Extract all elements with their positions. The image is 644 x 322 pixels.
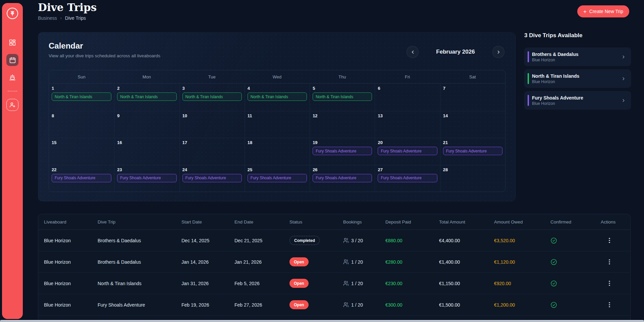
column-header-start-date: Start Date xyxy=(181,219,234,224)
cell-status: Completed xyxy=(289,236,343,245)
cell-confirmed xyxy=(550,259,601,265)
chevron-right-icon xyxy=(621,76,626,81)
row-actions-menu-button[interactable] xyxy=(605,237,613,245)
create-new-trip-label: Create New Trip xyxy=(589,9,623,14)
cell-actions xyxy=(601,258,625,266)
plus-icon: + xyxy=(583,9,587,14)
create-new-trip-button[interactable]: + Create New Trip xyxy=(577,5,629,17)
weekday-label: Thu xyxy=(310,70,375,83)
trip-card[interactable]: North & Tiran IslandsBlue Horizon xyxy=(524,69,631,88)
cell-amount-owed: €920.00 xyxy=(494,281,550,286)
day-number: 17 xyxy=(182,140,242,145)
trips-panel: 3 Dive Trips Available Brothers & Daedal… xyxy=(524,32,631,113)
month-navigation: February 2026 xyxy=(407,46,504,58)
trip-card[interactable]: Fury Shoals AdventureBlue Horizon xyxy=(524,91,631,110)
cell-bookings: 3 / 20 xyxy=(343,238,385,243)
dive-trips-table: LiveaboardDive TripStart DateEnd DateSta… xyxy=(38,214,631,322)
calendar-event-pill[interactable]: Fury Shoals Adventure xyxy=(52,174,111,182)
calendar-day-cell: 19Fury Shoals Adventure xyxy=(310,138,375,165)
calendar-event-pill[interactable]: Fury Shoals Adventure xyxy=(248,174,307,182)
status-badge: Completed xyxy=(289,236,320,245)
screen: Dive Trips Business › Dive Trips + Creat… xyxy=(0,0,644,322)
calendar-event-pill[interactable]: Fury Shoals Adventure xyxy=(378,147,437,155)
next-month-button[interactable] xyxy=(492,46,504,58)
trip-card-liveaboard: Blue Horizon xyxy=(532,79,621,84)
cell-bookings: 1 / 20 xyxy=(343,280,385,286)
calendar-event-pill[interactable]: North & Tiran Islands xyxy=(182,92,242,101)
breadcrumb-parent[interactable]: Business xyxy=(38,15,57,21)
day-number: 8 xyxy=(52,113,111,118)
calendar-event-pill[interactable]: Fury Shoals Adventure xyxy=(313,147,372,155)
trips-panel-title: 3 Dive Trips Available xyxy=(524,32,631,39)
calendar-day-cell: 6 xyxy=(375,84,440,111)
trip-card-name: Brothers & Daedalus xyxy=(532,51,621,58)
app-logo[interactable] xyxy=(7,8,18,19)
row-actions-menu-button[interactable] xyxy=(605,301,613,309)
sidebar-item-liveaboards[interactable] xyxy=(6,71,18,83)
column-header-amount-owed: Amount Owed xyxy=(494,219,550,224)
cell-deposit-paid: €300.00 xyxy=(385,302,439,308)
cell-dive-trip: Fury Shoals Adventure xyxy=(98,302,181,308)
chevron-right-icon xyxy=(621,98,626,103)
cell-status: Open xyxy=(289,257,343,266)
calendar-event-pill[interactable]: North & Tiran Islands xyxy=(52,92,111,101)
day-number: 7 xyxy=(443,86,502,91)
calendar-event-pill[interactable]: Fury Shoals Adventure xyxy=(313,174,372,182)
calendar-icon xyxy=(9,57,16,64)
trip-card[interactable]: Brothers & DaedalusBlue Horizon xyxy=(524,48,631,66)
row-actions-menu-button[interactable] xyxy=(605,279,613,287)
day-number: 26 xyxy=(313,167,372,172)
weekday-label: Fri xyxy=(375,70,440,83)
cell-liveaboard: Blue Horizon xyxy=(44,281,98,286)
calendar-day-cell: 21Fury Shoals Adventure xyxy=(440,138,505,165)
horizontal-scrollbar[interactable] xyxy=(0,320,644,322)
cell-dive-trip: Brothers & Daedalus xyxy=(98,238,181,243)
calendar-event-pill[interactable]: Fury Shoals Adventure xyxy=(182,174,242,182)
calendar-day-cell: 14 xyxy=(440,111,505,138)
check-circle-icon xyxy=(550,280,557,287)
layout-grid-icon xyxy=(9,39,16,46)
calendar-event-pill[interactable]: Fury Shoals Adventure xyxy=(443,147,502,155)
calendar-card: Calendar View all your dive trips schedu… xyxy=(38,32,516,201)
day-number: 23 xyxy=(117,167,176,172)
calendar-event-pill[interactable]: North & Tiran Islands xyxy=(248,92,307,101)
cell-liveaboard: Blue Horizon xyxy=(44,238,98,243)
day-number: 11 xyxy=(248,113,307,118)
day-number: 5 xyxy=(313,86,372,91)
users-icon xyxy=(343,302,349,308)
calendar-day-cell: 7 xyxy=(440,84,505,111)
day-number: 24 xyxy=(182,167,242,172)
status-badge: Open xyxy=(289,279,309,288)
calendar-day-cell: 15 xyxy=(49,138,114,165)
calendar-day-cell: 3North & Tiran Islands xyxy=(179,84,245,111)
cell-end-date: Jan 21, 2026 xyxy=(234,259,289,265)
calendar-event-pill[interactable]: Fury Shoals Adventure xyxy=(117,174,176,182)
calendar-days: 1North & Tiran Islands2North & Tiran Isl… xyxy=(49,84,505,192)
day-number: 13 xyxy=(378,113,437,118)
cell-amount-owed: €1,120.00 xyxy=(494,259,550,265)
table-row: Blue HorizonBrothers & DaedalusJan 14, 2… xyxy=(38,251,630,273)
calendar-event-pill[interactable]: North & Tiran Islands xyxy=(313,92,372,101)
calendar-day-cell: 10 xyxy=(179,111,245,138)
day-number: 16 xyxy=(117,140,176,145)
calendar-day-cell: 5North & Tiran Islands xyxy=(310,84,375,111)
users-icon xyxy=(343,280,349,286)
row-actions-menu-button[interactable] xyxy=(605,258,613,266)
calendar-day-cell: 24Fury Shoals Adventure xyxy=(179,165,245,192)
calendar-event-pill[interactable]: North & Tiran Islands xyxy=(117,92,176,101)
sidebar-item-calendar[interactable] xyxy=(6,54,18,66)
day-number: 2 xyxy=(117,86,176,91)
sidebar-item-dashboard[interactable] xyxy=(6,37,18,49)
table-row: Blue HorizonFury Shoals AdventureFeb 19,… xyxy=(38,294,630,316)
table-body: Blue HorizonBrothers & DaedalusDec 14, 2… xyxy=(38,230,630,316)
calendar-day-cell: 22Fury Shoals Adventure xyxy=(49,165,114,192)
cell-actions xyxy=(601,301,625,309)
calendar-grid: SunMonTueWedThuFriSat 1North & Tiran Isl… xyxy=(49,70,505,192)
sidebar-item-add-user[interactable] xyxy=(6,99,18,111)
cell-status: Open xyxy=(289,300,343,309)
bookings-count: 1 / 20 xyxy=(351,302,363,308)
prev-month-button[interactable] xyxy=(407,46,419,58)
cell-dive-trip: North & Tiran Islands xyxy=(98,281,181,286)
day-number: 14 xyxy=(443,113,502,118)
calendar-event-pill[interactable]: Fury Shoals Adventure xyxy=(378,174,437,182)
